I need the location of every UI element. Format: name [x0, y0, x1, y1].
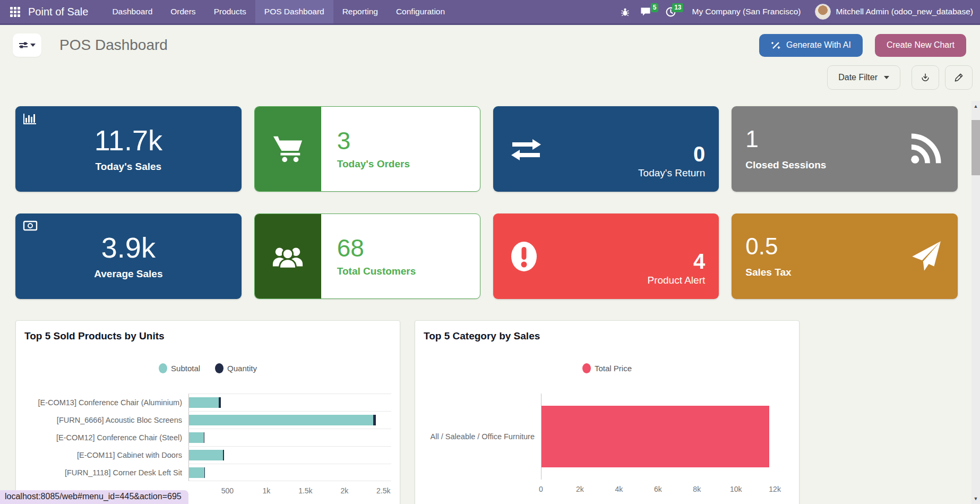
- chart-row: [E-COM12] Conference Chair (Steel): [24, 429, 391, 446]
- kpi-value: 68: [337, 236, 416, 260]
- menu-item-orders[interactable]: Orders: [161, 0, 204, 23]
- bar[interactable]: [189, 432, 391, 443]
- sliders-icon: [19, 41, 28, 49]
- create-new-chart-button[interactable]: Create New Chart: [875, 34, 966, 57]
- money-bill-icon: [23, 220, 38, 232]
- x-tick-label: 8k: [693, 485, 701, 493]
- kpi-value: 0.5: [745, 235, 778, 258]
- user-avatar[interactable]: [815, 4, 831, 20]
- edit-pencil-icon: [953, 72, 964, 83]
- chart-axis: 02k4k6k8k10k12k: [541, 480, 790, 494]
- edit-button[interactable]: [945, 65, 973, 90]
- chart-row: [E-COM11] Cabinet with Doors: [24, 446, 391, 464]
- paper-plane-icon: [908, 239, 943, 274]
- x-tick-label: 4k: [615, 485, 623, 493]
- chart-legend: Total Price: [424, 363, 790, 373]
- apps-menu-icon[interactable]: [10, 7, 20, 17]
- scroll-down-arrow-icon[interactable]: ▼: [972, 494, 980, 503]
- company-switcher[interactable]: My Company (San Francisco): [692, 7, 801, 16]
- navbar-systray: 5 13 My Company (San Francisco) Mitchell…: [621, 4, 980, 20]
- kpi-label: Sales Tax: [745, 267, 791, 278]
- date-filter-dropdown[interactable]: Date Filter: [827, 65, 900, 90]
- kpi-label: Today's Orders: [337, 158, 410, 170]
- bar-segment-subtotal: [189, 450, 223, 460]
- category-label: [FURN_6666] Acoustic Bloc Screens: [24, 411, 188, 429]
- x-tick-label: 2k: [576, 485, 584, 493]
- main-menu: Dashboard Orders Products POS Dashboard …: [103, 0, 454, 23]
- kpi-card-todays-sales[interactable]: 11.7k Today's Sales: [15, 106, 242, 192]
- legend-dot: [159, 363, 167, 373]
- bar[interactable]: [189, 397, 391, 408]
- legend-item[interactable]: Quantity: [215, 363, 257, 373]
- bar-segment-subtotal: [189, 432, 204, 443]
- kpi-label: Today's Sales: [96, 161, 162, 173]
- chart-axis: 5001k1.5k2k2.5k: [188, 481, 391, 496]
- kpi-icon-panel: [255, 214, 321, 298]
- menu-item-reporting[interactable]: Reporting: [333, 0, 387, 23]
- kpi-card-closed-sessions[interactable]: 1 Closed Sessions: [732, 106, 958, 192]
- menu-item-configuration[interactable]: Configuration: [387, 0, 454, 23]
- bar[interactable]: [189, 467, 391, 478]
- download-icon: [920, 72, 931, 83]
- panel-top5-sold-products: Top 5 Sold Products by Units SubtotalQua…: [15, 320, 400, 504]
- kpi-value: 11.7k: [94, 126, 162, 155]
- chart-toolbar: Date Filter: [0, 61, 980, 98]
- kpi-card-product-alert[interactable]: 4 Product Alert: [493, 213, 719, 299]
- generate-with-ai-button[interactable]: Generate With AI: [759, 34, 863, 57]
- kpi-value: 0: [693, 143, 705, 165]
- activities-badge: 13: [672, 3, 683, 12]
- bar-segment-subtotal: [189, 397, 219, 408]
- category-label: [E-COM13] Conference Chair (Aluminium): [24, 394, 188, 411]
- bar[interactable]: [189, 415, 391, 425]
- kpi-card-average-sales[interactable]: 3.9k Average Sales: [15, 213, 242, 299]
- bar[interactable]: [189, 450, 391, 460]
- bug-icon[interactable]: [621, 7, 630, 16]
- legend-label: Quantity: [227, 364, 257, 373]
- app-brand[interactable]: Point of Sale: [28, 6, 88, 18]
- activities-icon[interactable]: 13: [666, 7, 676, 17]
- bar[interactable]: [541, 406, 790, 467]
- chart-title: Top 5 Sold Products by Units: [24, 330, 391, 342]
- chart-title: Top 5 Category by Sales: [424, 330, 790, 342]
- x-tick-label: 500: [221, 486, 234, 495]
- scroll-up-arrow-icon[interactable]: ▲: [972, 102, 980, 110]
- shopping-cart-icon: [271, 134, 304, 165]
- bar-track: [188, 446, 391, 464]
- page-title: POS Dashboard: [59, 37, 168, 54]
- category-label: [FURN_1118] Corner Desk Left Sit: [24, 464, 188, 481]
- x-tick-label: 10k: [730, 485, 742, 493]
- x-tick-label: 12k: [769, 485, 781, 493]
- chart-row: All / Saleable / Office Furniture: [424, 394, 790, 480]
- bar-track: [541, 394, 790, 480]
- layout-options-button[interactable]: [13, 33, 41, 57]
- kpi-label: Closed Sessions: [745, 159, 826, 171]
- download-button[interactable]: [912, 65, 939, 90]
- bar-chart-icon: [23, 113, 37, 125]
- kpi-card-sales-tax[interactable]: 0.5 Sales Tax: [732, 213, 958, 299]
- bar-segment-total-price: [541, 406, 769, 467]
- legend-item[interactable]: Total Price: [582, 363, 632, 373]
- menu-item-pos-dashboard[interactable]: POS Dashboard: [255, 0, 333, 23]
- kpi-card-todays-orders[interactable]: 3 Today's Orders: [254, 106, 480, 192]
- top-navbar: Point of Sale Dashboard Orders Products …: [0, 0, 980, 25]
- kpi-card-todays-return[interactable]: 0 Today's Return: [493, 106, 719, 192]
- x-tick-label: 2.5k: [376, 486, 390, 495]
- bar-segment-quantity: [204, 467, 205, 478]
- create-new-chart-label: Create New Chart: [887, 40, 955, 50]
- legend-item[interactable]: Subtotal: [159, 363, 200, 373]
- users-icon: [271, 243, 304, 270]
- bar-track: [188, 394, 391, 411]
- bar-segment-quantity: [223, 450, 223, 460]
- kpi-card-total-customers[interactable]: 68 Total Customers: [254, 213, 480, 299]
- user-menu[interactable]: Mitchell Admin (odoo_new_database): [836, 7, 974, 16]
- x-tick-label: 0: [539, 485, 543, 493]
- messages-icon[interactable]: 5: [640, 7, 651, 16]
- vertical-scrollbar[interactable]: ▲ ▼: [972, 101, 980, 504]
- menu-item-products[interactable]: Products: [205, 0, 255, 23]
- x-tick-label: 1k: [263, 486, 271, 495]
- chart-plot: [E-COM13] Conference Chair (Aluminium)[F…: [24, 394, 391, 481]
- menu-item-dashboard[interactable]: Dashboard: [103, 0, 161, 23]
- exchange-arrows-icon: [509, 137, 543, 161]
- legend-dot: [215, 363, 223, 373]
- scrollbar-thumb[interactable]: [972, 120, 980, 175]
